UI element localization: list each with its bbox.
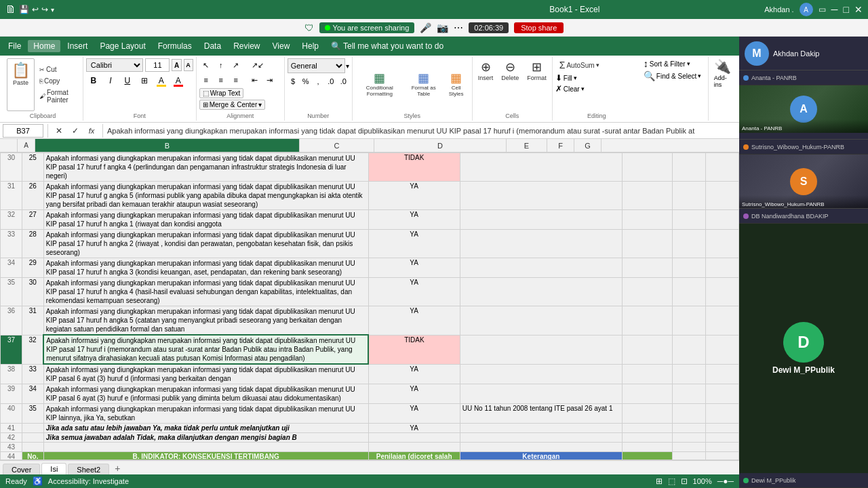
cell-d34[interactable] (460, 258, 622, 278)
cell-d36[interactable] (460, 306, 622, 336)
menu-help[interactable]: Help (296, 40, 324, 52)
decimal-decrease-btn[interactable]: .0 (338, 75, 349, 88)
bold-button[interactable]: B (86, 73, 101, 88)
cell-d41[interactable] (460, 424, 622, 433)
cell-g35[interactable] (705, 278, 738, 306)
cell-b40[interactable]: Apakah informasi yang diungkapkan merupa… (43, 404, 368, 424)
cell-g44[interactable] (705, 452, 738, 460)
cell-b44[interactable]: B. INDIKATOR: KONSEKUENSI TERTIMBANG (43, 452, 368, 460)
cell-b38[interactable]: Apakah informasi yang diungkapkan merupa… (43, 364, 368, 384)
cell-a35[interactable]: 30 (22, 278, 43, 306)
cell-f34[interactable] (672, 258, 705, 278)
cell-e34[interactable] (623, 258, 673, 278)
font-size-increase[interactable]: A (172, 59, 181, 71)
cell-f38[interactable] (672, 364, 705, 384)
cell-b36[interactable]: Apakah informasi yang diungkapkan merupa… (43, 306, 368, 336)
percent-btn[interactable]: % (300, 75, 311, 88)
cell-f40[interactable] (672, 404, 705, 424)
cell-a43[interactable] (22, 443, 43, 452)
cell-d37[interactable] (460, 335, 622, 364)
align-top-center[interactable]: ↑ (214, 58, 228, 72)
cell-g36[interactable] (705, 306, 738, 336)
quick-access-undo[interactable]: ↩ (32, 5, 39, 14)
cell-f44[interactable] (672, 452, 705, 460)
cell-b37[interactable]: Apakah informasi yang diungkapkan merupa… (43, 335, 368, 364)
cell-f36[interactable] (672, 306, 705, 336)
col-header-b[interactable]: B (35, 139, 300, 152)
cell-b42[interactable]: Jika semua jawaban adalah Tidak, maka di… (43, 433, 368, 443)
cell-c44[interactable]: Penilaian (dicoret salah satu) (368, 452, 460, 460)
cell-d43[interactable] (460, 443, 622, 452)
cell-a31[interactable]: 26 (22, 182, 43, 210)
cell-e32[interactable] (623, 210, 673, 230)
cell-e35[interactable] (623, 278, 673, 306)
cell-e42[interactable] (623, 433, 673, 443)
col-header-f[interactable]: F (547, 139, 574, 152)
insert-function-btn[interactable]: fx (85, 124, 98, 138)
sheet-tab-sheet2[interactable]: Sheet2 (68, 464, 109, 475)
zoom-slider[interactable]: ─●─ (717, 476, 734, 486)
cell-g31[interactable] (705, 182, 738, 210)
number-format-select[interactable]: General (288, 58, 345, 73)
sheet-scroll[interactable]: A B C D E F G (0, 139, 739, 460)
menu-view[interactable]: View (267, 40, 296, 52)
format-button[interactable]: ⊞ Format (524, 58, 549, 83)
cell-f30[interactable] (672, 153, 705, 182)
cell-d32[interactable] (460, 210, 622, 230)
formula-input[interactable] (107, 124, 736, 138)
delete-button[interactable]: ⊖ Delete (498, 58, 521, 83)
ribbon-toggle[interactable]: ▭ (818, 5, 826, 14)
cell-a30[interactable]: 25 (22, 153, 43, 182)
cell-f32[interactable] (672, 210, 705, 230)
align-left[interactable]: ≡ (199, 73, 213, 87)
menu-home[interactable]: Home (28, 40, 60, 52)
autosum-dropdown[interactable]: ▾ (596, 62, 599, 68)
cell-reference-input[interactable] (3, 124, 43, 138)
cell-a42[interactable] (22, 433, 43, 443)
addins-button[interactable]: 🔌 Add-ins (714, 58, 731, 88)
enter-formula-btn[interactable]: ✓ (68, 124, 82, 138)
menu-pagelayout[interactable]: Page Layout (94, 40, 151, 52)
merge-center-button[interactable]: ⊞ Merge & Center ▾ (199, 100, 266, 110)
minimize-btn[interactable]: ─ (831, 4, 838, 15)
cell-d33[interactable] (460, 230, 622, 258)
cell-g39[interactable] (705, 384, 738, 404)
cell-a34[interactable]: 29 (22, 258, 43, 278)
cell-e43[interactable] (623, 443, 673, 452)
number-dropdown-icon[interactable]: ▾ (346, 62, 349, 70)
cell-f42[interactable] (672, 433, 705, 443)
cell-b32[interactable]: Apakah informasi yang diungkapkan merupa… (43, 210, 368, 230)
cell-b33[interactable]: Apakah informasi yang diungkapkan merupa… (43, 230, 368, 258)
merge-dropdown-icon[interactable]: ▾ (258, 101, 262, 108)
cell-f35[interactable] (672, 278, 705, 306)
align-top-right[interactable]: ↗ (229, 58, 243, 72)
menu-review[interactable]: Review (228, 40, 265, 52)
cell-c33[interactable]: YA (368, 230, 460, 258)
comma-btn[interactable]: , (313, 75, 324, 88)
align-center[interactable]: ≡ (214, 73, 228, 87)
cell-b43[interactable] (43, 443, 368, 452)
sort-dropdown[interactable]: ▾ (687, 60, 690, 67)
cell-c32[interactable]: YA (368, 210, 460, 230)
indent-increase[interactable]: ⇥ (263, 73, 277, 87)
col-header-e[interactable]: E (507, 139, 547, 152)
paste-button[interactable]: 📋 Paste (7, 58, 35, 111)
view-layout-icon[interactable]: ⬚ (668, 476, 675, 486)
font-size-input[interactable] (145, 58, 170, 72)
font-name-select[interactable]: Calibri (86, 58, 144, 72)
cell-e30[interactable] (623, 153, 673, 182)
col-header-d[interactable]: D (374, 139, 507, 152)
cell-g33[interactable] (705, 230, 738, 258)
menu-formulas[interactable]: Formulas (153, 40, 197, 52)
cell-a36[interactable]: 31 (22, 306, 43, 336)
cell-b35[interactable]: Apakah informasi yang diungkapkan merupa… (43, 278, 368, 306)
conditional-formatting-button[interactable]: ▦ Conditional Formatting (355, 69, 404, 99)
cell-e33[interactable] (623, 230, 673, 258)
cell-g40[interactable] (705, 404, 738, 424)
cell-c36[interactable]: YA (368, 306, 460, 336)
border-button[interactable]: ⊞ (137, 73, 152, 88)
cell-d30[interactable] (460, 153, 622, 182)
cell-a37[interactable]: 32 (22, 335, 43, 364)
cell-f41[interactable] (672, 424, 705, 433)
menu-data[interactable]: Data (199, 40, 226, 52)
